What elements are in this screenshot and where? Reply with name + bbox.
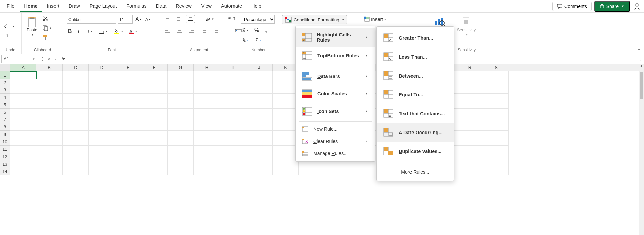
row-header-13[interactable]: 13 <box>0 160 10 168</box>
cf-new-rule[interactable]: New Rule... <box>296 123 375 135</box>
tab-view[interactable]: View <box>197 1 216 12</box>
cell[interactable] <box>456 131 482 138</box>
cell[interactable] <box>141 168 168 175</box>
accounting-format-button[interactable]: $▾ <box>241 26 250 35</box>
cell[interactable] <box>456 160 482 168</box>
row-header-2[interactable]: 2 <box>0 79 10 86</box>
fx-label[interactable]: fx <box>60 56 67 61</box>
orientation-button[interactable]: ab▾ <box>203 15 215 23</box>
cell[interactable] <box>482 131 509 138</box>
cell[interactable] <box>89 153 115 160</box>
undo-button[interactable]: ▾ <box>3 23 16 29</box>
cell[interactable] <box>220 101 246 109</box>
cell[interactable] <box>194 146 220 153</box>
cell[interactable] <box>246 153 273 160</box>
cell[interactable] <box>115 168 141 175</box>
cell[interactable] <box>141 71 168 79</box>
cell[interactable] <box>220 79 246 86</box>
cell[interactable] <box>115 160 141 168</box>
cell[interactable] <box>325 168 351 175</box>
cell[interactable] <box>36 109 63 116</box>
cell[interactable] <box>246 71 273 79</box>
cell[interactable] <box>89 160 115 168</box>
row-header-10[interactable]: 10 <box>0 138 10 146</box>
font-color-button[interactable]: A▾ <box>128 28 138 35</box>
cell[interactable] <box>10 79 36 86</box>
cell[interactable] <box>115 146 141 153</box>
cell[interactable] <box>141 109 168 116</box>
align-center-button[interactable] <box>175 27 184 34</box>
cell[interactable] <box>220 153 246 160</box>
cell[interactable] <box>482 101 509 109</box>
tab-insert[interactable]: Insert <box>43 1 63 12</box>
cell[interactable] <box>456 86 482 94</box>
formula-expand-icon[interactable]: ⌄ <box>637 56 644 62</box>
cell[interactable] <box>36 146 63 153</box>
tab-file[interactable]: File <box>3 1 19 12</box>
cell[interactable] <box>273 94 299 101</box>
cell[interactable] <box>220 71 246 79</box>
rule-date-occurring[interactable]: A Date Occurring... <box>377 123 454 142</box>
cell[interactable] <box>115 94 141 101</box>
cell[interactable] <box>89 146 115 153</box>
rule-equal-to[interactable]: = Equal To... <box>377 85 454 104</box>
row-header-6[interactable]: 6 <box>0 109 10 116</box>
conditional-formatting-button[interactable]: Conditional Formatting ▾ <box>282 15 347 24</box>
cell[interactable] <box>115 153 141 160</box>
cell[interactable] <box>246 94 273 101</box>
rule-text-contains[interactable]: a Text that Contains... <box>377 104 454 123</box>
cell[interactable] <box>115 123 141 131</box>
tab-automate[interactable]: Automate <box>217 1 246 12</box>
cell[interactable] <box>36 131 63 138</box>
cell[interactable] <box>141 116 168 123</box>
cell[interactable] <box>273 131 299 138</box>
cell[interactable] <box>63 160 89 168</box>
cell[interactable] <box>168 86 194 94</box>
tab-help[interactable]: Help <box>247 1 265 12</box>
cell[interactable] <box>246 79 273 86</box>
share-button[interactable]: Share ▼ <box>594 1 630 12</box>
cell[interactable] <box>482 153 509 160</box>
cell[interactable] <box>10 116 36 123</box>
cell[interactable] <box>220 123 246 131</box>
increase-decimal-button[interactable]: .0.00 <box>241 37 250 43</box>
tab-draw[interactable]: Draw <box>65 1 84 12</box>
cell[interactable] <box>89 86 115 94</box>
cell[interactable] <box>194 79 220 86</box>
cell[interactable] <box>273 109 299 116</box>
cf-clear-rules[interactable]: Clear Rules 〉 <box>296 135 375 147</box>
align-middle-button[interactable] <box>174 15 183 23</box>
cell[interactable] <box>194 116 220 123</box>
cell[interactable] <box>273 101 299 109</box>
cell[interactable] <box>89 101 115 109</box>
cell[interactable] <box>456 71 482 79</box>
col-header-H[interactable]: H <box>194 64 220 71</box>
cell[interactable] <box>168 138 194 146</box>
cell[interactable] <box>63 116 89 123</box>
cell[interactable] <box>89 79 115 86</box>
cell[interactable] <box>36 123 63 131</box>
select-all-button[interactable] <box>0 64 10 71</box>
cell[interactable] <box>246 109 273 116</box>
cell[interactable] <box>220 160 246 168</box>
cell[interactable] <box>63 153 89 160</box>
tab-formulas[interactable]: Formulas <box>122 1 150 12</box>
paste-button[interactable]: Paste ▾ <box>24 15 40 38</box>
cell[interactable] <box>482 168 509 175</box>
percent-style-button[interactable]: % <box>253 26 260 35</box>
cell[interactable] <box>10 94 36 101</box>
cell[interactable] <box>141 146 168 153</box>
comma-style-button[interactable]: , <box>264 26 269 35</box>
cell[interactable] <box>168 79 194 86</box>
cell[interactable] <box>456 123 482 131</box>
cell[interactable] <box>36 160 63 168</box>
cell[interactable] <box>220 116 246 123</box>
cell[interactable] <box>63 86 89 94</box>
cell[interactable] <box>141 94 168 101</box>
col-header-A[interactable]: A <box>10 64 36 71</box>
col-header-E[interactable]: E <box>115 64 141 71</box>
cell[interactable] <box>141 123 168 131</box>
row-header-12[interactable]: 12 <box>0 153 10 160</box>
cell[interactable] <box>36 153 63 160</box>
cell[interactable] <box>456 138 482 146</box>
